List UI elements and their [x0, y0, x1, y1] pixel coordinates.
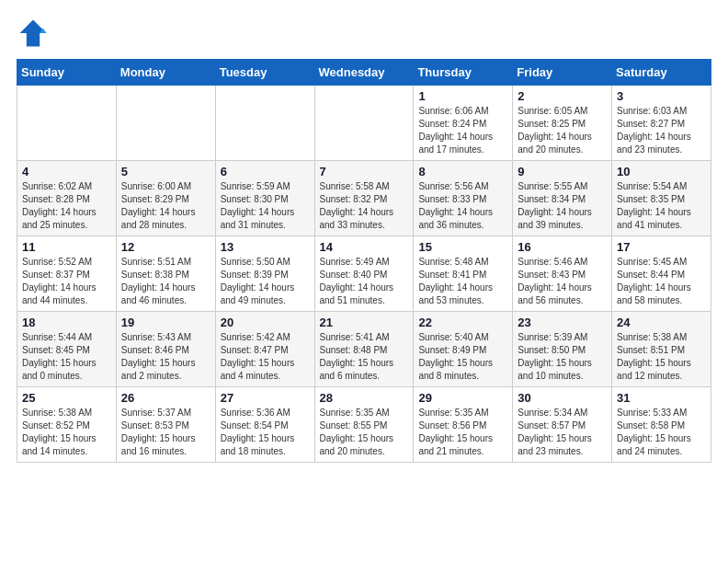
day-info: Sunrise: 5:34 AM Sunset: 8:57 PM Dayligh…: [518, 407, 607, 458]
logo-icon: [17, 17, 50, 50]
day-number: 12: [121, 240, 210, 254]
calendar-cell: 29Sunrise: 5:35 AM Sunset: 8:56 PM Dayli…: [414, 387, 513, 463]
calendar-cell: 19Sunrise: 5:43 AM Sunset: 8:46 PM Dayli…: [116, 312, 215, 387]
calendar-cell: 15Sunrise: 5:48 AM Sunset: 8:41 PM Dayli…: [414, 236, 513, 312]
calendar-cell: 17Sunrise: 5:45 AM Sunset: 8:44 PM Dayli…: [612, 236, 711, 312]
day-number: 10: [617, 165, 706, 178]
day-number: 18: [22, 316, 111, 329]
calendar-cell: 1Sunrise: 6:06 AM Sunset: 8:24 PM Daylig…: [414, 86, 513, 161]
calendar-cell: [314, 86, 414, 161]
calendar-cell: 11Sunrise: 5:52 AM Sunset: 8:37 PM Dayli…: [17, 236, 117, 312]
weekday-header: Saturday: [612, 60, 711, 86]
calendar-cell: 16Sunrise: 5:46 AM Sunset: 8:43 PM Dayli…: [513, 236, 612, 312]
day-number: 3: [617, 89, 706, 103]
weekday-header: Sunday: [17, 60, 117, 86]
calendar-cell: 26Sunrise: 5:37 AM Sunset: 8:53 PM Dayli…: [116, 387, 215, 463]
day-info: Sunrise: 5:38 AM Sunset: 8:52 PM Dayligh…: [22, 407, 111, 458]
day-info: Sunrise: 5:50 AM Sunset: 8:39 PM Dayligh…: [221, 256, 310, 307]
day-info: Sunrise: 5:52 AM Sunset: 8:37 PM Dayligh…: [22, 256, 111, 307]
day-info: Sunrise: 5:56 AM Sunset: 8:33 PM Dayligh…: [418, 180, 507, 232]
day-info: Sunrise: 5:51 AM Sunset: 8:38 PM Dayligh…: [121, 256, 210, 307]
day-number: 8: [418, 165, 507, 178]
day-info: Sunrise: 5:39 AM Sunset: 8:50 PM Dayligh…: [518, 331, 607, 383]
day-number: 4: [22, 165, 111, 178]
day-number: 31: [617, 391, 706, 405]
day-number: 22: [418, 316, 507, 329]
day-info: Sunrise: 5:37 AM Sunset: 8:53 PM Dayligh…: [121, 407, 210, 458]
calendar-cell: 5Sunrise: 6:00 AM Sunset: 8:29 PM Daylig…: [116, 161, 215, 236]
day-info: Sunrise: 5:36 AM Sunset: 8:54 PM Dayligh…: [221, 407, 310, 458]
day-info: Sunrise: 6:02 AM Sunset: 8:28 PM Dayligh…: [22, 180, 111, 232]
day-number: 20: [221, 316, 310, 329]
day-info: Sunrise: 5:49 AM Sunset: 8:40 PM Dayligh…: [320, 256, 409, 307]
calendar-cell: 30Sunrise: 5:34 AM Sunset: 8:57 PM Dayli…: [513, 387, 612, 463]
day-number: 21: [320, 316, 409, 329]
calendar-cell: 28Sunrise: 5:35 AM Sunset: 8:55 PM Dayli…: [314, 387, 414, 463]
day-number: 17: [617, 240, 706, 254]
day-info: Sunrise: 6:00 AM Sunset: 8:29 PM Dayligh…: [121, 180, 210, 232]
calendar-cell: 23Sunrise: 5:39 AM Sunset: 8:50 PM Dayli…: [513, 312, 612, 387]
calendar-week-row: 11Sunrise: 5:52 AM Sunset: 8:37 PM Dayli…: [17, 236, 711, 312]
day-info: Sunrise: 6:05 AM Sunset: 8:25 PM Dayligh…: [518, 105, 607, 156]
calendar-cell: 25Sunrise: 5:38 AM Sunset: 8:52 PM Dayli…: [17, 387, 117, 463]
day-info: Sunrise: 5:48 AM Sunset: 8:41 PM Dayligh…: [418, 256, 507, 307]
calendar-cell: 8Sunrise: 5:56 AM Sunset: 8:33 PM Daylig…: [414, 161, 513, 236]
day-number: 27: [221, 391, 310, 405]
calendar-week-row: 4Sunrise: 6:02 AM Sunset: 8:28 PM Daylig…: [17, 161, 711, 236]
day-info: Sunrise: 5:55 AM Sunset: 8:34 PM Dayligh…: [518, 180, 607, 232]
day-number: 5: [121, 165, 210, 178]
day-number: 24: [617, 316, 706, 329]
calendar-cell: 27Sunrise: 5:36 AM Sunset: 8:54 PM Dayli…: [215, 387, 314, 463]
day-number: 15: [418, 240, 507, 254]
calendar-cell: 4Sunrise: 6:02 AM Sunset: 8:28 PM Daylig…: [17, 161, 117, 236]
calendar-cell: [215, 86, 314, 161]
calendar-cell: 9Sunrise: 5:55 AM Sunset: 8:34 PM Daylig…: [513, 161, 612, 236]
day-number: 2: [518, 89, 607, 103]
weekday-header: Monday: [116, 60, 215, 86]
calendar-cell: 22Sunrise: 5:40 AM Sunset: 8:49 PM Dayli…: [414, 312, 513, 387]
calendar-cell: 12Sunrise: 5:51 AM Sunset: 8:38 PM Dayli…: [116, 236, 215, 312]
day-number: 28: [320, 391, 409, 405]
calendar-cell: 24Sunrise: 5:38 AM Sunset: 8:51 PM Dayli…: [612, 312, 711, 387]
calendar-cell: 3Sunrise: 6:03 AM Sunset: 8:27 PM Daylig…: [612, 86, 711, 161]
calendar-cell: 6Sunrise: 5:59 AM Sunset: 8:30 PM Daylig…: [215, 161, 314, 236]
day-info: Sunrise: 5:58 AM Sunset: 8:32 PM Dayligh…: [320, 180, 409, 232]
day-info: Sunrise: 5:33 AM Sunset: 8:58 PM Dayligh…: [617, 407, 706, 458]
calendar-cell: 2Sunrise: 6:05 AM Sunset: 8:25 PM Daylig…: [513, 86, 612, 161]
day-number: 19: [121, 316, 210, 329]
calendar-cell: 18Sunrise: 5:44 AM Sunset: 8:45 PM Dayli…: [17, 312, 117, 387]
day-info: Sunrise: 5:43 AM Sunset: 8:46 PM Dayligh…: [121, 331, 210, 383]
calendar-week-row: 25Sunrise: 5:38 AM Sunset: 8:52 PM Dayli…: [17, 387, 711, 463]
day-info: Sunrise: 5:35 AM Sunset: 8:55 PM Dayligh…: [320, 407, 409, 458]
day-info: Sunrise: 5:35 AM Sunset: 8:56 PM Dayligh…: [418, 407, 507, 458]
weekday-header: Wednesday: [314, 60, 414, 86]
calendar-week-row: 18Sunrise: 5:44 AM Sunset: 8:45 PM Dayli…: [17, 312, 711, 387]
calendar-table: SundayMondayTuesdayWednesdayThursdayFrid…: [17, 59, 711, 463]
day-info: Sunrise: 5:54 AM Sunset: 8:35 PM Dayligh…: [617, 180, 706, 232]
day-number: 14: [320, 240, 409, 254]
header: [17, 17, 711, 50]
day-number: 7: [320, 165, 409, 178]
day-number: 30: [518, 391, 607, 405]
day-info: Sunrise: 5:42 AM Sunset: 8:47 PM Dayligh…: [221, 331, 310, 383]
day-number: 23: [518, 316, 607, 329]
day-info: Sunrise: 5:40 AM Sunset: 8:49 PM Dayligh…: [418, 331, 507, 383]
calendar-header-row: SundayMondayTuesdayWednesdayThursdayFrid…: [17, 60, 711, 86]
day-number: 1: [418, 89, 507, 103]
day-info: Sunrise: 6:06 AM Sunset: 8:24 PM Dayligh…: [418, 105, 507, 156]
calendar-cell: 13Sunrise: 5:50 AM Sunset: 8:39 PM Dayli…: [215, 236, 314, 312]
day-info: Sunrise: 6:03 AM Sunset: 8:27 PM Dayligh…: [617, 105, 706, 156]
calendar-cell: 31Sunrise: 5:33 AM Sunset: 8:58 PM Dayli…: [612, 387, 711, 463]
day-number: 9: [518, 165, 607, 178]
day-number: 25: [22, 391, 111, 405]
weekday-header: Thursday: [414, 60, 513, 86]
day-number: 16: [518, 240, 607, 254]
day-number: 29: [418, 391, 507, 405]
day-info: Sunrise: 5:38 AM Sunset: 8:51 PM Dayligh…: [617, 331, 706, 383]
calendar-cell: 10Sunrise: 5:54 AM Sunset: 8:35 PM Dayli…: [612, 161, 711, 236]
calendar-cell: [116, 86, 215, 161]
day-number: 13: [221, 240, 310, 254]
day-number: 11: [22, 240, 111, 254]
day-number: 26: [121, 391, 210, 405]
day-info: Sunrise: 5:46 AM Sunset: 8:43 PM Dayligh…: [518, 256, 607, 307]
